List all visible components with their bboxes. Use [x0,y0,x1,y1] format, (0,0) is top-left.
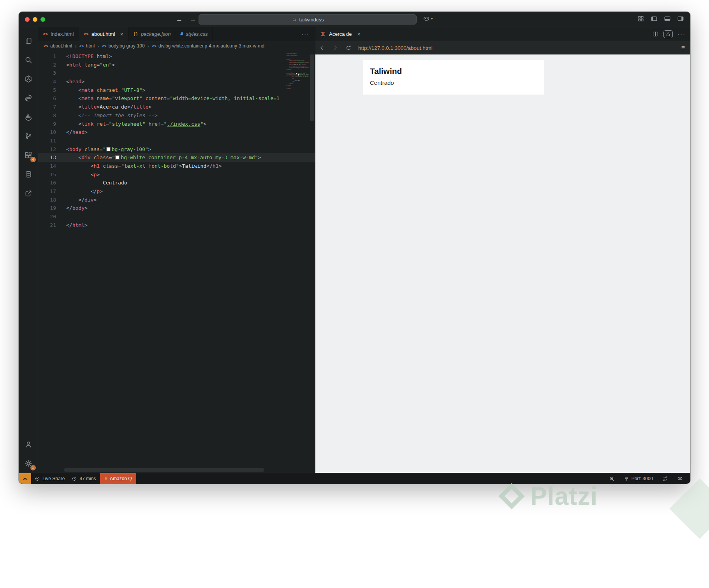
more-actions-icon[interactable]: ··· [296,27,315,41]
sidebar-item-source-control[interactable] [19,126,38,146]
copilot-menu[interactable]: ▾ [423,15,433,22]
code-line[interactable]: 4<head> [38,77,315,86]
maximize-window-button[interactable] [40,17,45,22]
breadcrumb-item[interactable]: <>about.html [44,43,72,49]
code-line[interactable]: 6 <meta name="viewport" content="width=d… [38,94,315,103]
browser-menu-icon[interactable]: ≡ [676,44,690,51]
command-center-search[interactable]: tailwindcss [199,14,417,25]
sidebar-item-live-share[interactable] [19,184,38,203]
code-line[interactable]: 15 <p> [38,170,315,179]
browser-reload-button[interactable] [342,45,355,51]
code-line[interactable]: 9 <link rel="stylesheet" href="./index.c… [38,120,315,128]
code-line[interactable]: 7 <title>Acerca de</title> [38,103,315,111]
tab-browser-preview[interactable]: Acerca de × [315,27,365,41]
url-bar[interactable]: http://127.0.0.1:3000/about.html [355,45,676,51]
code-line[interactable]: 11 [38,137,315,145]
code-token: <!-- Import the styles --> [78,112,158,118]
breadcrumb-item[interactable]: <>html [79,43,95,49]
code-line[interactable]: 12<body class="bg-gray-100"> [38,145,315,154]
horizontal-scrollbar[interactable] [64,468,264,472]
code-line[interactable]: 18 </div> [38,196,315,204]
code-line[interactable]: 5 <meta charset="UTF-8"> [38,86,315,95]
code-line[interactable]: 14 <h1 class="text-xl font-bold">Taliwin… [38,162,315,170]
code-token: </ [78,197,84,203]
code-token: title [133,104,148,110]
sidebar-item-python[interactable] [19,88,38,107]
history-back-button[interactable]: ← [176,16,183,23]
code-line[interactable]: 8 <!-- Import the styles --> [38,111,315,120]
platzi-corner-shape [669,478,709,539]
zoom-button[interactable] [605,476,618,481]
code-token [66,112,78,118]
code-line[interactable]: 21</html> [38,221,315,230]
code-token: meta [81,95,93,101]
breadcrumb-item[interactable]: <>body.bg-gray-100 [102,43,145,49]
database-icon [24,170,33,179]
sidebar-item-search[interactable] [19,50,38,69]
vertical-scrollbar[interactable] [310,54,314,121]
code-line[interactable]: 13 <div class="bg-white container p-4 mx… [38,153,315,162]
history-forward-button[interactable]: → [190,16,196,23]
code-line[interactable]: 16 Centrado [38,179,315,187]
docker-icon [24,113,33,121]
settings-menu[interactable]: 1 [19,454,38,473]
code-token: h1 [93,163,100,169]
close-icon[interactable]: × [104,476,107,481]
code-line[interactable]: 20 [38,212,315,221]
split-editor-icon[interactable] [652,31,659,37]
code-token: = [97,62,100,68]
code-token: > [148,104,151,110]
share-icon [24,189,33,198]
minimize-window-button[interactable] [33,17,37,22]
sidebar-item-explorer[interactable] [19,31,38,50]
code-token: meta [81,87,93,93]
toggle-sidebar-left-icon[interactable] [651,15,658,22]
sidebar-item-extensions[interactable]: 4 [19,146,38,165]
code-token: > [97,104,100,110]
code-line[interactable]: 17 </p> [38,187,315,196]
sidebar-item-docker[interactable] [19,107,38,126]
browser-viewport[interactable]: Taliwind Centrado [315,54,690,473]
clock-icon [72,476,77,481]
amazon-q-button[interactable]: × Amazon Q [100,473,136,484]
hexagon-box-icon [24,75,33,83]
code-editor[interactable]: 1<!DOCTYPE html>2<html lang="en">34<head… [38,51,315,473]
close-icon[interactable]: × [357,31,361,37]
file-type-icon: <> [84,32,89,37]
remote-indicator[interactable]: >< [19,473,31,484]
tab-index.html[interactable]: <>index.html [38,27,79,41]
breadcrumb-item[interactable]: <>div.bg-white.container.p-4.mx-auto.my-… [152,43,264,49]
account-menu[interactable] [19,435,38,454]
sync-button[interactable] [659,476,671,481]
line-number: 17 [38,187,56,196]
browser-forward-button[interactable] [329,45,342,51]
browser-back-button[interactable] [315,45,329,51]
session-timer[interactable]: 47 mins [68,473,99,484]
lock-toggle[interactable] [663,30,673,38]
color-swatch [106,147,111,151]
sidebar-item-database[interactable] [19,165,38,184]
code-line[interactable]: 19</body> [38,204,315,212]
code-line[interactable]: 2<html lang="en"> [38,61,315,69]
code-line[interactable]: 10</head> [38,128,315,137]
breadcrumb: <>about.html›<>html›<>body.bg-gray-100›<… [38,41,315,51]
close-window-button[interactable] [25,17,30,22]
code-token: </ [66,205,72,211]
tab-about.html[interactable]: <>about.html× [79,27,128,41]
copilot-status-button[interactable] [674,476,686,481]
toggle-panel-bottom-icon[interactable] [664,15,671,22]
port-indicator[interactable]: Port: 3000 [620,476,656,481]
grid-layout-icon[interactable] [637,15,644,22]
tab-package.json[interactable]: {}package.json [128,27,176,41]
code-token [66,104,78,110]
close-icon[interactable]: × [120,31,123,37]
live-share-button[interactable]: Live Share [31,473,68,484]
preview-paragraph: Centrado [370,79,537,86]
code-line[interactable]: 3 [38,69,315,77]
toggle-sidebar-right-icon[interactable] [677,15,684,22]
code-token: = [100,146,103,152]
more-actions-icon[interactable]: ··· [677,31,686,37]
tab-styles.css[interactable]: #styles.css [176,27,213,41]
code-line[interactable]: 1<!DOCTYPE html> [38,52,315,61]
sidebar-item-remote-explorer[interactable] [19,69,38,88]
